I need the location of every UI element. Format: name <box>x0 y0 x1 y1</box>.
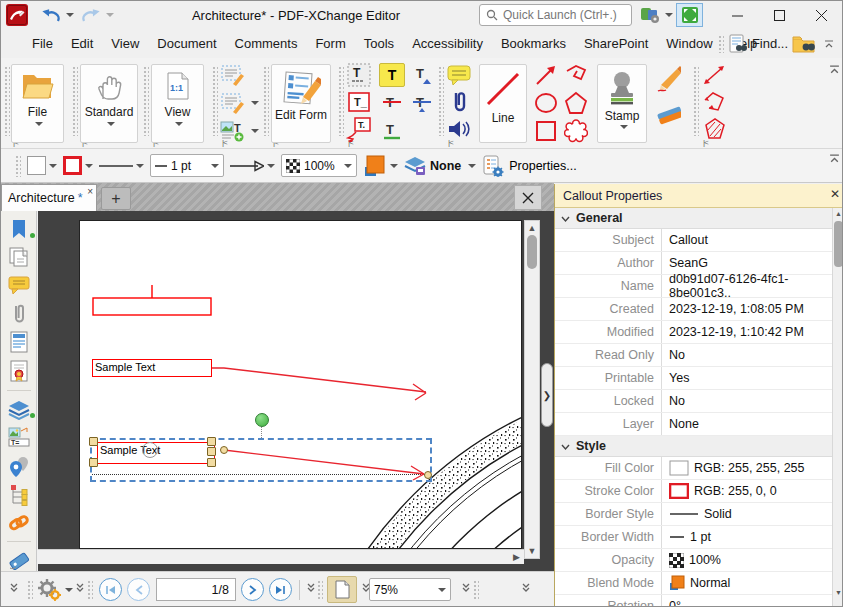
rectangle-tool-button[interactable] <box>533 119 559 143</box>
resize-handle-ne[interactable] <box>207 437 216 446</box>
replace-text-button[interactable]: T <box>409 91 435 115</box>
view-ribbon-button[interactable]: 1:1 View <box>151 64 204 143</box>
dash-style-button[interactable] <box>99 162 144 170</box>
stamp-tool-button[interactable]: Stamp <box>597 64 647 143</box>
launch-applications-button[interactable] <box>640 6 673 24</box>
find-toolbar-grip[interactable] <box>718 35 724 53</box>
page-number-input[interactable] <box>156 578 236 601</box>
rotation-handle[interactable] <box>255 413 269 427</box>
menu-file[interactable]: File <box>23 31 62 56</box>
property-value[interactable]: None <box>662 417 832 431</box>
format-toolbar-grip[interactable] <box>15 155 21 177</box>
property-value[interactable]: No <box>662 394 832 408</box>
dropdown-icon[interactable] <box>251 101 259 109</box>
fields-pane-button[interactable] <box>6 331 32 353</box>
property-value[interactable]: d0b91d07-6126-4fc1-8be001c3.. <box>662 272 832 300</box>
resize-handle-sw[interactable] <box>89 458 98 467</box>
section-header-general[interactable]: General <box>555 208 832 229</box>
menu-comments[interactable]: Comments <box>226 31 307 56</box>
property-value[interactable]: Yes <box>662 371 832 385</box>
add-image-text-button[interactable]: T <box>220 119 246 143</box>
resize-handle-nw[interactable] <box>89 437 98 446</box>
menu-window[interactable]: Window <box>657 31 721 56</box>
polygon-tool-button[interactable] <box>563 91 589 115</box>
text-callout-tool-button[interactable] <box>220 63 246 87</box>
cloud-tool-button[interactable] <box>563 119 589 143</box>
section-header-style[interactable]: Style <box>555 436 832 457</box>
menu-edit[interactable]: Edit <box>62 31 102 56</box>
expand-icon[interactable] <box>306 582 316 592</box>
strikeout-text-button[interactable]: T <box>379 91 405 115</box>
quick-launch-box[interactable] <box>479 4 632 26</box>
polyline-tool-button[interactable] <box>563 63 589 87</box>
property-value[interactable]: Callout <box>662 233 832 247</box>
close-button[interactable] <box>800 1 842 29</box>
expand-icon[interactable] <box>75 582 85 592</box>
panel-splitter-handle[interactable]: ❯ <box>541 363 553 427</box>
property-value[interactable]: Normal <box>662 575 832 591</box>
insert-text-button[interactable]: T <box>409 63 435 87</box>
perimeter-tool-button[interactable] <box>701 90 727 114</box>
attach-file-button[interactable] <box>446 90 472 114</box>
ellipse-tool-button[interactable] <box>533 91 559 115</box>
vertical-scrollbar[interactable]: ▲ ▼ <box>524 220 540 559</box>
minimize-button[interactable] <box>716 1 758 29</box>
new-tab-button[interactable]: + <box>101 187 131 210</box>
property-value[interactable]: 0° <box>662 599 832 607</box>
edit-form-button[interactable]: Edit Form <box>271 64 331 143</box>
last-page-button[interactable] <box>269 578 292 601</box>
stroke-color-button[interactable] <box>63 156 93 175</box>
menu-bookmarks[interactable]: Bookmarks <box>492 31 575 56</box>
menu-form[interactable]: Form <box>306 31 354 56</box>
close-document-button[interactable] <box>514 185 542 210</box>
maximize-button[interactable] <box>758 1 800 29</box>
property-value[interactable]: 2023-12-19, 1:10:42 PM <box>662 325 832 339</box>
property-value[interactable]: 100% <box>662 553 832 568</box>
destinations-pane-button[interactable] <box>6 455 32 477</box>
comments-pane-button[interactable] <box>6 274 32 295</box>
panel-close-button[interactable]: ✕ <box>830 187 840 201</box>
pencil-tool-button[interactable] <box>655 67 681 91</box>
underline-text-button[interactable]: T <box>379 119 405 143</box>
resize-handle-se[interactable] <box>207 458 216 467</box>
toolbar-grip[interactable] <box>4 66 10 136</box>
links-pane-button[interactable] <box>6 513 32 534</box>
layer-combo[interactable]: None <box>404 156 476 176</box>
expand-statusbar-icon[interactable] <box>9 582 19 592</box>
leader-end-handle[interactable] <box>424 471 432 479</box>
menu-document[interactable]: Document <box>148 31 225 56</box>
typewriter-tool-button[interactable]: T <box>346 63 372 87</box>
content-pane-button[interactable]: T= <box>6 427 32 448</box>
vertical-scrollbar-thumb[interactable] <box>527 235 537 269</box>
panel-scrollbar-thumb[interactable] <box>834 221 843 267</box>
opacity-combo[interactable]: 100% <box>281 154 357 177</box>
thumbnails-pane-button[interactable] <box>6 247 32 268</box>
menu-tools[interactable]: Tools <box>355 31 403 56</box>
area-tool-button[interactable] <box>701 117 727 141</box>
text-box-tool-button[interactable] <box>220 91 246 115</box>
distance-tool-button[interactable] <box>701 63 727 87</box>
order-pane-button[interactable] <box>6 484 32 506</box>
menu-view[interactable]: View <box>102 31 148 56</box>
expand-icon[interactable] <box>521 582 531 592</box>
menu-sharepoint[interactable]: SharePoint <box>575 31 657 56</box>
border-width-combo[interactable]: 1 pt <box>150 154 224 177</box>
property-value[interactable]: No <box>662 348 832 362</box>
property-value[interactable]: RGB: 255, 0, 0 <box>662 483 832 499</box>
sound-button[interactable] <box>446 117 472 141</box>
tab-close-icon[interactable]: × <box>87 186 93 197</box>
menu-accessibility[interactable]: Accessibility <box>403 31 492 56</box>
collapse-menubar-icon[interactable] <box>824 39 834 49</box>
expand-icon[interactable] <box>461 582 471 592</box>
property-value[interactable]: SeanG <box>662 256 832 270</box>
file-ribbon-button[interactable]: File <box>11 64 64 143</box>
property-value[interactable]: 2023-12-19, 1:08:05 PM <box>662 302 832 316</box>
properties-button[interactable]: Properties... <box>482 155 576 177</box>
tags-pane-button[interactable] <box>6 550 32 571</box>
layers-pane-button[interactable] <box>6 399 32 420</box>
fullscreen-mode-button[interactable] <box>676 3 703 27</box>
line-tool-button[interactable]: Line <box>479 64 527 143</box>
previous-page-button[interactable] <box>127 578 150 601</box>
undo-button[interactable] <box>39 5 74 25</box>
find-button[interactable]: Find... <box>752 36 788 51</box>
